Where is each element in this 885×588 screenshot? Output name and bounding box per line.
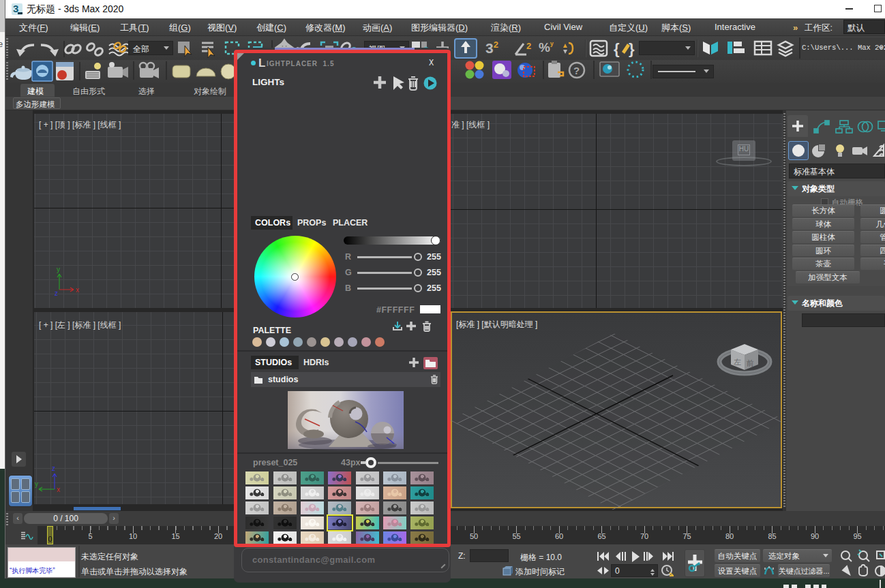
svg-text:y: y (35, 480, 38, 488)
svg-text:x: x (57, 486, 60, 493)
svg-text:z: z (55, 290, 58, 297)
svg-text:左: 左 (734, 358, 741, 366)
svg-text:?: ? (573, 65, 580, 76)
svg-text:前: 前 (746, 359, 754, 367)
svg-text:z: z (52, 465, 55, 472)
svg-text:2: 2 (526, 41, 531, 51)
svg-text:x: x (76, 286, 79, 294)
svg-text:{: { (614, 40, 620, 57)
svg-text:}: } (629, 40, 635, 57)
svg-text:y: y (57, 266, 60, 273)
